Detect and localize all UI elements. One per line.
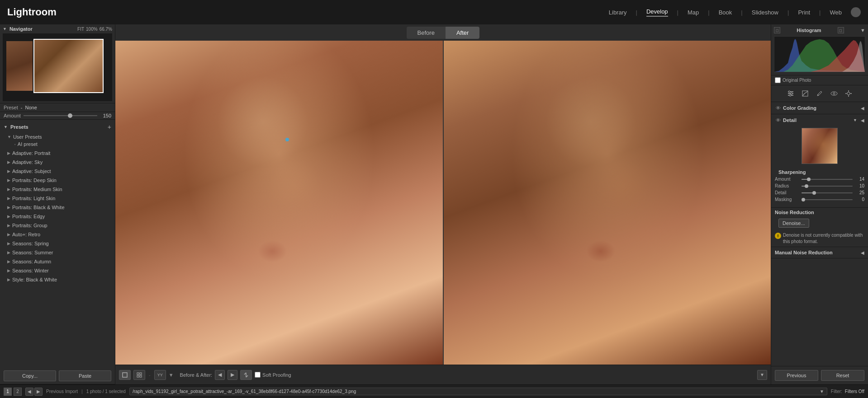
noise-reduction-section: Noise Reduction Denoise... ! Denoise is … [771,208,868,247]
preset-item-ai[interactable]: ▪ AI preset [7,140,111,148]
navigator-preview[interactable] [3,33,112,101]
nav-next-btn[interactable]: ▶ [228,370,237,380]
color-grading-header[interactable]: 👁 Color Grading ◀ [771,102,868,114]
sharpening-radius-label: Radius [775,183,800,188]
center-panel: Before After [115,24,771,384]
preset-group-header-retro[interactable]: ▶ Auto+: Retro [7,231,111,238]
sharpening-amount-value: 14 [854,177,864,182]
nav-prev-btn[interactable]: ◀ [215,370,225,380]
pencil-icon[interactable] [814,88,825,99]
preset-group-header-edgy[interactable]: ▶ Portraits: Edgy [7,213,111,220]
preset-group-header-adaptive-portrait[interactable]: ▶ Adaptive: Portrait [7,150,111,157]
preset-group-edgy: ▶ Portraits: Edgy [0,212,115,221]
preset-group-header-light-skin[interactable]: ▶ Portraits: Light Skin [7,195,111,202]
user-presets-header[interactable]: ▼ User Presets [7,133,111,140]
sharpening-masking-thumb[interactable] [802,198,805,201]
curves-icon[interactable] [800,88,811,99]
page-2-indicator[interactable]: 2 [14,388,22,396]
preset-group-header-deep-skin[interactable]: ▶ Portraits: Deep Skin [7,177,111,184]
swap-btn[interactable] [240,370,252,380]
histogram-corner-icon-right[interactable]: ◻ [838,27,844,33]
soft-proofing-label: Soft Proofing [262,372,291,378]
preset-group-header-winter[interactable]: ▶ Seasons: Winter [7,267,111,274]
sharpening-radius-thumb[interactable] [805,184,808,188]
soft-proofing-checkbox[interactable] [255,372,261,378]
denoise-btn-wrapper: Denoise... [771,216,868,230]
detail-header[interactable]: 👁 Detail ▼ ◀ [771,114,868,126]
next-arrow[interactable]: ▶ [34,388,43,396]
prev-arrow[interactable]: ◀ [25,388,33,396]
detail-collapse-icon[interactable]: ◀ [861,118,864,123]
sep5: | [787,9,789,16]
amount-slider[interactable] [24,115,97,116]
nav-develop[interactable]: Develop [646,8,668,17]
filter-value[interactable]: Filters Off [845,389,864,394]
image-viewport[interactable] [115,41,771,365]
page-1-indicator[interactable]: 1 [4,388,12,396]
preset-value[interactable]: None [25,105,37,110]
copy-button[interactable]: Copy... [4,370,56,381]
detail-eye-icon[interactable]: 👁 [775,117,781,123]
color-grading-eye-icon[interactable]: 👁 [775,105,781,111]
nav-print[interactable]: Print [798,9,810,16]
toolbar-dropdown-btn[interactable]: ▼ [757,370,767,380]
preset-group-header-autumn[interactable]: ▶ Seasons: Autumn [7,258,111,265]
sharpening-radius-slider[interactable] [802,186,853,187]
preset-group-header-bw[interactable]: ▶ Portraits: Black & White [7,204,111,211]
histogram-corner-icon-left[interactable]: ◻ [774,27,780,33]
nav-web[interactable]: Web [830,9,842,16]
filename-arrow[interactable]: ▼ [820,389,824,394]
previous-button[interactable]: Previous [775,370,818,381]
sharpening-masking-slider[interactable] [802,199,853,200]
settings-icon[interactable] [843,88,854,99]
nav-map[interactable]: Map [688,9,699,16]
navigator-collapse-icon[interactable]: ▼ [3,27,7,31]
grid-view-btn[interactable] [133,370,145,380]
sharpening-amount-slider[interactable] [802,179,853,180]
preset-group-header-medium-skin[interactable]: ▶ Portraits: Medium Skin [7,186,111,193]
preset-group-header-style-bw[interactable]: ▶ Style: Black & White [7,276,111,283]
sharpening-title: Sharpening [778,169,861,175]
right-bottom-actions: Previous Reset [771,366,868,384]
manual-noise-arrow[interactable]: ◀ [861,250,864,255]
svg-point-17 [789,94,791,96]
user-presets-label: User Presets [13,134,42,140]
sep6: | [819,9,821,16]
basic-adjustments-icon[interactable] [785,88,796,99]
detail-triangle-icon[interactable]: ▼ [853,118,857,122]
original-photo-checkbox[interactable] [775,77,781,83]
manual-noise-title: Manual Noise Reduction [775,250,861,255]
sharpening-amount-thumb[interactable] [807,178,811,181]
sharpening-detail-thumb[interactable] [812,191,816,195]
fit-label[interactable]: FIT [77,27,84,32]
nav-slideshow[interactable]: Slideshow [752,9,778,16]
preset-group-header-spring[interactable]: ▶ Seasons: Spring [7,240,111,247]
preset-group-header-adaptive-sky[interactable]: ▶ Adaptive: Sky [7,159,111,166]
eye-icon[interactable] [829,88,840,99]
cloud-icon[interactable] [851,7,861,17]
zoom1-label[interactable]: 100% [86,27,98,32]
nav-library[interactable]: Library [609,9,627,16]
zoom2-label[interactable]: 66.7% [100,27,112,32]
presets-collapse-icon[interactable]: ▼ [4,125,8,129]
preset-group-header-group[interactable]: ▶ Portraits: Group [7,222,111,229]
amount-slider-thumb[interactable] [68,113,72,118]
soft-proofing-toggle[interactable]: Soft Proofing [255,372,291,378]
sharpening-amount-label: Amount [775,177,800,182]
manual-noise-header[interactable]: Manual Noise Reduction ◀ [771,247,868,258]
yy-mode-btn[interactable]: YY [154,370,166,380]
toolbar-arrow[interactable]: ▼ [169,372,174,378]
presets-section: ▼ Presets + ▼ User Presets ▪ AI preset ▶… [0,120,115,368]
sep3: | [708,9,709,16]
preset-group-header-adaptive-subject[interactable]: ▶ Adaptive: Subject [7,168,111,175]
crop-tool-btn[interactable] [119,370,131,380]
nav-book[interactable]: Book [719,9,732,16]
paste-button[interactable]: Paste [59,370,111,381]
denoise-button[interactable]: Denoise... [778,219,809,228]
preset-group-header-summer[interactable]: ▶ Seasons: Summer [7,249,111,256]
presets-add-button[interactable]: + [108,123,111,131]
sharpening-detail-slider[interactable] [802,192,853,193]
color-grading-collapse-icon[interactable]: ◀ [861,106,864,111]
histogram-arrow[interactable]: ▼ [860,28,865,33]
reset-button[interactable]: Reset [821,370,864,381]
